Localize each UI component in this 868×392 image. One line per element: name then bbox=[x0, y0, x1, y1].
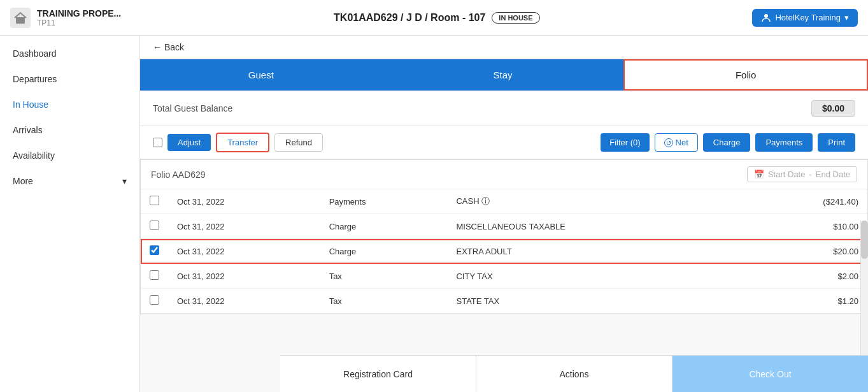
transfer-button[interactable]: Transfer bbox=[216, 133, 269, 152]
row-date: Oct 31, 2022 bbox=[168, 264, 320, 289]
row-amount: $2.00 bbox=[743, 264, 867, 289]
row-type: Charge bbox=[320, 239, 448, 264]
user-name: HotelKey Training bbox=[775, 13, 841, 22]
row-date: Oct 31, 2022 bbox=[168, 214, 320, 239]
actions-bar: Adjust Transfer Refund Filter (0) ↺ Net … bbox=[140, 126, 868, 159]
filter-button[interactable]: Filter (0) bbox=[601, 133, 649, 152]
row-type: Tax bbox=[320, 264, 448, 289]
table-row: Oct 31, 2022 Payments CASH ⓘ ($241.40) bbox=[141, 189, 867, 214]
row-description: CASH ⓘ bbox=[447, 189, 743, 214]
date-range-picker[interactable]: 📅 Start Date - End Date bbox=[747, 166, 857, 182]
status-badge: IN HOUSE bbox=[492, 12, 539, 24]
property-logo bbox=[10, 8, 31, 28]
tab-guest[interactable]: Guest bbox=[140, 59, 382, 91]
sidebar-item-availability[interactable]: Availability bbox=[0, 143, 139, 168]
svg-rect-0 bbox=[16, 17, 25, 24]
tab-bar: Guest Stay Folio bbox=[140, 59, 868, 91]
balance-label: Total Guest Balance bbox=[153, 103, 811, 113]
tab-stay[interactable]: Stay bbox=[382, 59, 624, 91]
property-info: TRAINING PROPE... TP11 bbox=[37, 8, 121, 27]
select-all-checkbox[interactable] bbox=[153, 138, 162, 147]
row-checkbox[interactable] bbox=[150, 221, 159, 230]
end-date-label: End Date bbox=[816, 170, 850, 179]
header-right: HotelKey Training ▾ bbox=[752, 9, 858, 27]
sidebar-item-dashboard[interactable]: Dashboard bbox=[0, 41, 139, 66]
registration-card-button[interactable]: Registration Card bbox=[280, 356, 476, 392]
row-type: Tax bbox=[320, 289, 448, 314]
row-checkbox[interactable] bbox=[150, 196, 159, 205]
back-bar: ← Back bbox=[140, 36, 868, 59]
user-menu-button[interactable]: HotelKey Training ▾ bbox=[752, 9, 858, 27]
user-icon bbox=[761, 13, 771, 23]
row-checkbox[interactable] bbox=[150, 295, 159, 305]
row-checkbox-cell[interactable] bbox=[141, 264, 168, 289]
main-content: ← Back Guest Stay Folio Total Guest Bala… bbox=[140, 36, 868, 392]
header-left: TRAINING PROPE... TP11 bbox=[10, 8, 121, 28]
back-arrow-icon: ← bbox=[153, 42, 162, 52]
row-checkbox-cell[interactable] bbox=[141, 289, 168, 314]
row-date: Oct 31, 2022 bbox=[168, 239, 320, 264]
reservation-title-area: TK01AAD629 / J D / Room - 107 IN HOUSE bbox=[334, 12, 539, 24]
scrollbar-thumb[interactable] bbox=[861, 221, 868, 259]
folio-title: Folio AAD629 bbox=[151, 170, 206, 180]
row-type: Charge bbox=[320, 214, 448, 239]
payments-button[interactable]: Payments bbox=[755, 133, 813, 152]
row-date: Oct 31, 2022 bbox=[168, 289, 320, 314]
reservation-title: TK01AAD629 / J D / Room - 107 bbox=[334, 12, 485, 24]
date-separator: - bbox=[809, 170, 811, 179]
adjust-button[interactable]: Adjust bbox=[167, 134, 211, 151]
balance-row: Total Guest Balance $0.00 bbox=[140, 91, 868, 126]
row-checkbox-cell[interactable] bbox=[141, 239, 168, 264]
folio-header: Folio AAD629 📅 Start Date - End Date bbox=[141, 160, 867, 189]
balance-value: $0.00 bbox=[811, 100, 855, 117]
row-type: Payments bbox=[320, 189, 448, 214]
calendar-icon: 📅 bbox=[754, 170, 764, 179]
table-row: Oct 31, 2022 Tax CITY TAX $2.00 bbox=[141, 264, 867, 289]
actions-right: Filter (0) ↺ Net Charge Payments Print bbox=[601, 133, 855, 152]
tab-folio[interactable]: Folio bbox=[623, 59, 868, 91]
sidebar-item-inhouse[interactable]: In House bbox=[0, 92, 139, 117]
row-amount: $1.20 bbox=[743, 289, 867, 314]
sidebar-item-more[interactable]: More ▾ bbox=[0, 168, 139, 194]
row-checkbox-cell[interactable] bbox=[141, 214, 168, 239]
main-layout: Dashboard Departures In House Arrivals A… bbox=[0, 36, 868, 392]
sidebar-item-departures[interactable]: Departures bbox=[0, 66, 139, 92]
header: TRAINING PROPE... TP11 TK01AAD629 / J D … bbox=[0, 0, 868, 36]
row-description: STATE TAX bbox=[447, 289, 743, 314]
chevron-down-icon: ▾ bbox=[122, 176, 127, 186]
row-amount: $20.00 bbox=[743, 239, 867, 264]
svg-point-1 bbox=[764, 14, 768, 18]
row-date: Oct 31, 2022 bbox=[168, 189, 320, 214]
row-description: CITY TAX bbox=[447, 264, 743, 289]
print-button[interactable]: Print bbox=[818, 133, 855, 152]
net-button[interactable]: ↺ Net bbox=[655, 133, 698, 152]
back-button[interactable]: ← Back bbox=[153, 42, 184, 52]
folio-section: Folio AAD629 📅 Start Date - End Date Oct… bbox=[140, 159, 868, 314]
sidebar-item-arrivals[interactable]: Arrivals bbox=[0, 117, 139, 143]
table-row: Oct 31, 2022 Tax STATE TAX $1.20 bbox=[141, 289, 867, 314]
back-label: Back bbox=[164, 42, 184, 52]
row-checkbox[interactable] bbox=[150, 270, 159, 280]
row-checkbox[interactable] bbox=[150, 245, 159, 255]
check-out-button[interactable]: Check Out bbox=[672, 356, 868, 392]
table-row: Oct 31, 2022 Charge MISCELLANEOUS TAXABL… bbox=[141, 214, 867, 239]
row-description: EXTRA ADULT bbox=[447, 239, 743, 264]
folio-table: Oct 31, 2022 Payments CASH ⓘ ($241.40) O… bbox=[141, 189, 867, 314]
scrollbar-track[interactable] bbox=[860, 221, 868, 355]
net-circle-icon: ↺ bbox=[664, 138, 673, 147]
property-code: TP11 bbox=[37, 18, 121, 27]
row-checkbox-cell[interactable] bbox=[141, 189, 168, 214]
row-description: MISCELLANEOUS TAXABLE bbox=[447, 214, 743, 239]
row-amount: $10.00 bbox=[743, 214, 867, 239]
actions-button[interactable]: Actions bbox=[476, 356, 672, 392]
table-row: Oct 31, 2022 Charge EXTRA ADULT $20.00 bbox=[141, 239, 867, 264]
property-name: TRAINING PROPE... bbox=[37, 8, 121, 18]
row-amount: ($241.40) bbox=[743, 189, 867, 214]
chevron-down-icon: ▾ bbox=[844, 13, 849, 22]
charge-button[interactable]: Charge bbox=[703, 133, 751, 152]
sidebar: Dashboard Departures In House Arrivals A… bbox=[0, 36, 140, 392]
refund-button[interactable]: Refund bbox=[274, 133, 323, 152]
footer-bar: Registration Card Actions Check Out bbox=[280, 355, 868, 392]
start-date-label: Start Date bbox=[768, 170, 806, 179]
